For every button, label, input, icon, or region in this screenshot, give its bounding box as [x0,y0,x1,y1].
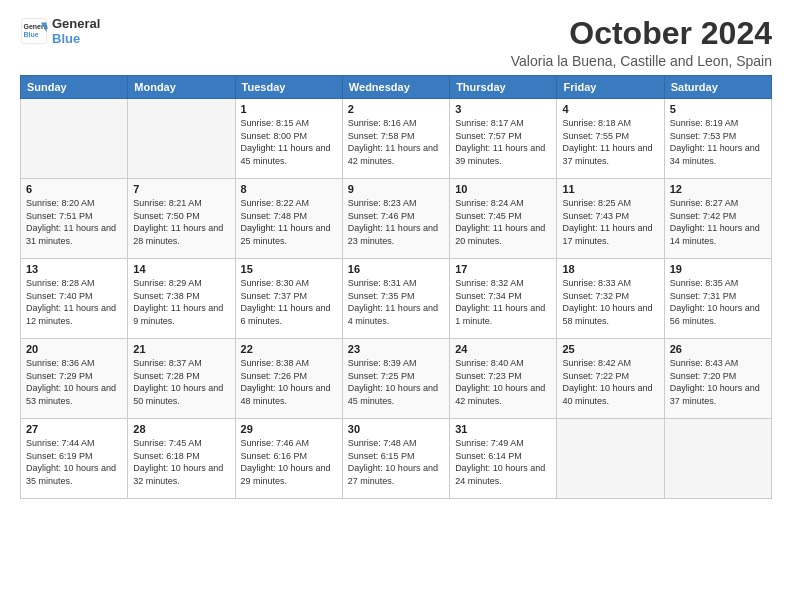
day-number: 29 [241,423,337,435]
day-info: Sunrise: 8:37 AM Sunset: 7:28 PM Dayligh… [133,357,229,407]
day-info: Sunrise: 8:28 AM Sunset: 7:40 PM Dayligh… [26,277,122,327]
day-info: Sunrise: 8:22 AM Sunset: 7:48 PM Dayligh… [241,197,337,247]
day-cell [21,99,128,179]
day-number: 13 [26,263,122,275]
day-cell: 4Sunrise: 8:18 AM Sunset: 7:55 PM Daylig… [557,99,664,179]
day-number: 30 [348,423,444,435]
weekday-row: SundayMondayTuesdayWednesdayThursdayFrid… [21,76,772,99]
day-number: 18 [562,263,658,275]
day-number: 10 [455,183,551,195]
day-number: 5 [670,103,766,115]
day-info: Sunrise: 8:30 AM Sunset: 7:37 PM Dayligh… [241,277,337,327]
day-info: Sunrise: 8:39 AM Sunset: 7:25 PM Dayligh… [348,357,444,407]
day-info: Sunrise: 8:31 AM Sunset: 7:35 PM Dayligh… [348,277,444,327]
logo-icon: General Blue [20,17,48,45]
day-info: Sunrise: 8:15 AM Sunset: 8:00 PM Dayligh… [241,117,337,167]
day-info: Sunrise: 8:23 AM Sunset: 7:46 PM Dayligh… [348,197,444,247]
weekday-header-saturday: Saturday [664,76,771,99]
day-cell: 28Sunrise: 7:45 AM Sunset: 6:18 PM Dayli… [128,419,235,499]
day-number: 3 [455,103,551,115]
month-title: October 2024 [511,16,772,51]
day-number: 14 [133,263,229,275]
day-number: 24 [455,343,551,355]
day-cell: 27Sunrise: 7:44 AM Sunset: 6:19 PM Dayli… [21,419,128,499]
day-cell: 6Sunrise: 8:20 AM Sunset: 7:51 PM Daylig… [21,179,128,259]
day-info: Sunrise: 8:27 AM Sunset: 7:42 PM Dayligh… [670,197,766,247]
day-cell: 30Sunrise: 7:48 AM Sunset: 6:15 PM Dayli… [342,419,449,499]
day-cell: 10Sunrise: 8:24 AM Sunset: 7:45 PM Dayli… [450,179,557,259]
day-cell: 31Sunrise: 7:49 AM Sunset: 6:14 PM Dayli… [450,419,557,499]
logo: General Blue General Blue [20,16,100,46]
day-number: 9 [348,183,444,195]
day-number: 15 [241,263,337,275]
day-info: Sunrise: 8:42 AM Sunset: 7:22 PM Dayligh… [562,357,658,407]
day-cell [664,419,771,499]
day-cell: 17Sunrise: 8:32 AM Sunset: 7:34 PM Dayli… [450,259,557,339]
day-cell: 3Sunrise: 8:17 AM Sunset: 7:57 PM Daylig… [450,99,557,179]
day-number: 17 [455,263,551,275]
day-cell [557,419,664,499]
day-cell: 15Sunrise: 8:30 AM Sunset: 7:37 PM Dayli… [235,259,342,339]
weekday-header-friday: Friday [557,76,664,99]
day-number: 8 [241,183,337,195]
day-info: Sunrise: 8:16 AM Sunset: 7:58 PM Dayligh… [348,117,444,167]
day-info: Sunrise: 7:46 AM Sunset: 6:16 PM Dayligh… [241,437,337,487]
day-cell: 7Sunrise: 8:21 AM Sunset: 7:50 PM Daylig… [128,179,235,259]
day-cell: 13Sunrise: 8:28 AM Sunset: 7:40 PM Dayli… [21,259,128,339]
weekday-header-tuesday: Tuesday [235,76,342,99]
day-number: 20 [26,343,122,355]
day-cell [128,99,235,179]
day-info: Sunrise: 8:33 AM Sunset: 7:32 PM Dayligh… [562,277,658,327]
day-number: 1 [241,103,337,115]
title-area: October 2024 Valoria la Buena, Castille … [511,16,772,69]
day-number: 22 [241,343,337,355]
day-info: Sunrise: 8:19 AM Sunset: 7:53 PM Dayligh… [670,117,766,167]
day-number: 6 [26,183,122,195]
logo-general: General [52,16,100,31]
day-cell: 8Sunrise: 8:22 AM Sunset: 7:48 PM Daylig… [235,179,342,259]
calendar-body: 1Sunrise: 8:15 AM Sunset: 8:00 PM Daylig… [21,99,772,499]
day-info: Sunrise: 8:38 AM Sunset: 7:26 PM Dayligh… [241,357,337,407]
day-info: Sunrise: 7:45 AM Sunset: 6:18 PM Dayligh… [133,437,229,487]
day-info: Sunrise: 8:36 AM Sunset: 7:29 PM Dayligh… [26,357,122,407]
day-info: Sunrise: 8:20 AM Sunset: 7:51 PM Dayligh… [26,197,122,247]
day-cell: 19Sunrise: 8:35 AM Sunset: 7:31 PM Dayli… [664,259,771,339]
page: General Blue General Blue October 2024 V… [0,0,792,612]
day-cell: 26Sunrise: 8:43 AM Sunset: 7:20 PM Dayli… [664,339,771,419]
header: General Blue General Blue October 2024 V… [20,16,772,69]
day-number: 4 [562,103,658,115]
day-cell: 16Sunrise: 8:31 AM Sunset: 7:35 PM Dayli… [342,259,449,339]
day-number: 21 [133,343,229,355]
weekday-header-monday: Monday [128,76,235,99]
day-info: Sunrise: 8:29 AM Sunset: 7:38 PM Dayligh… [133,277,229,327]
day-cell: 11Sunrise: 8:25 AM Sunset: 7:43 PM Dayli… [557,179,664,259]
day-cell: 18Sunrise: 8:33 AM Sunset: 7:32 PM Dayli… [557,259,664,339]
day-info: Sunrise: 8:43 AM Sunset: 7:20 PM Dayligh… [670,357,766,407]
logo-blue: Blue [52,31,100,46]
day-cell: 22Sunrise: 8:38 AM Sunset: 7:26 PM Dayli… [235,339,342,419]
day-info: Sunrise: 8:24 AM Sunset: 7:45 PM Dayligh… [455,197,551,247]
weekday-header-sunday: Sunday [21,76,128,99]
day-number: 7 [133,183,229,195]
day-info: Sunrise: 8:32 AM Sunset: 7:34 PM Dayligh… [455,277,551,327]
day-info: Sunrise: 8:21 AM Sunset: 7:50 PM Dayligh… [133,197,229,247]
day-cell: 14Sunrise: 8:29 AM Sunset: 7:38 PM Dayli… [128,259,235,339]
day-number: 27 [26,423,122,435]
day-cell: 24Sunrise: 8:40 AM Sunset: 7:23 PM Dayli… [450,339,557,419]
day-info: Sunrise: 8:17 AM Sunset: 7:57 PM Dayligh… [455,117,551,167]
day-info: Sunrise: 7:44 AM Sunset: 6:19 PM Dayligh… [26,437,122,487]
weekday-header-thursday: Thursday [450,76,557,99]
day-cell: 5Sunrise: 8:19 AM Sunset: 7:53 PM Daylig… [664,99,771,179]
day-info: Sunrise: 7:49 AM Sunset: 6:14 PM Dayligh… [455,437,551,487]
day-cell: 23Sunrise: 8:39 AM Sunset: 7:25 PM Dayli… [342,339,449,419]
day-info: Sunrise: 8:40 AM Sunset: 7:23 PM Dayligh… [455,357,551,407]
day-cell: 9Sunrise: 8:23 AM Sunset: 7:46 PM Daylig… [342,179,449,259]
day-info: Sunrise: 7:48 AM Sunset: 6:15 PM Dayligh… [348,437,444,487]
weekday-header-wednesday: Wednesday [342,76,449,99]
day-number: 23 [348,343,444,355]
day-cell: 20Sunrise: 8:36 AM Sunset: 7:29 PM Dayli… [21,339,128,419]
day-number: 28 [133,423,229,435]
day-info: Sunrise: 8:18 AM Sunset: 7:55 PM Dayligh… [562,117,658,167]
day-number: 19 [670,263,766,275]
day-number: 16 [348,263,444,275]
